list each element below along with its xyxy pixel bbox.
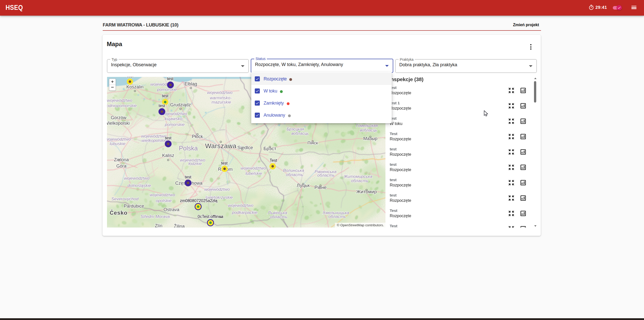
svg-text:Gorzów: Gorzów — [111, 115, 127, 120]
svg-text:województwo: województwo — [204, 187, 230, 192]
svg-text:pomorskie: pomorskie — [165, 122, 185, 127]
svg-text:вобласць: вобласць — [360, 128, 377, 132]
svg-text:test: test — [162, 94, 168, 98]
svg-text:test: test — [221, 161, 228, 165]
svg-text:Kalisz: Kalisz — [162, 153, 174, 158]
svg-text:województwo: województwo — [207, 90, 232, 95]
svg-text:test: test — [165, 136, 171, 140]
svg-text:Pardubice: Pardubice — [124, 204, 144, 209]
svg-text:Žilina: Žilina — [174, 224, 185, 228]
svg-text:Брэсцкая: Брэсцкая — [287, 127, 304, 131]
svg-text:test: test — [185, 175, 191, 179]
svg-text:Житомир: Житомир — [356, 189, 377, 194]
svg-text:Góra: Góra — [116, 164, 127, 169]
svg-text:область: область — [270, 214, 287, 219]
svg-text:Test: Test — [270, 158, 277, 163]
svg-text:Брэст: Брэст — [264, 146, 276, 151]
svg-text:kujawsko-: kujawsko- — [165, 116, 184, 121]
svg-text:województwo: województwo — [107, 98, 132, 103]
svg-text:Zielona: Zielona — [114, 157, 129, 162]
svg-text:Severovýchod: Severovýchod — [111, 197, 138, 201]
svg-text:Polska: Polska — [179, 145, 198, 152]
svg-text:Рівне: Рівне — [314, 185, 327, 190]
svg-text:test: test — [167, 77, 173, 81]
svg-text:wielkopolskie: wielkopolskie — [141, 138, 167, 143]
svg-text:Луцьк: Луцьк — [297, 183, 310, 188]
svg-text:Zlín: Zlín — [155, 223, 162, 228]
svg-text:область: область — [351, 178, 368, 183]
svg-text:Warszawa: Warszawa — [205, 142, 236, 150]
svg-text:pomorskie: pomorskie — [157, 87, 177, 92]
svg-text:opolskie: opolskie — [156, 198, 171, 203]
svg-text:Пінск: Пінск — [307, 141, 318, 145]
svg-text:Гомельская: Гомельская — [356, 123, 378, 128]
svg-text:Siedlce: Siedlce — [237, 145, 253, 150]
svg-text:Česko: Česko — [110, 210, 127, 216]
svg-text:województwo: województwo — [161, 111, 187, 116]
svg-text:Wielkopolski: Wielkopolski — [107, 121, 130, 126]
svg-text:Ostrava: Ostrava — [163, 207, 180, 212]
svg-text:Střední Morava: Střední Morava — [140, 214, 170, 219]
svg-text:Płock: Płock — [192, 134, 203, 139]
svg-text:0cTest:offline̶a: 0cTest:offline̶a — [198, 214, 223, 219]
svg-text:Elbląg: Elbląg — [185, 81, 197, 86]
svg-text:lubelskie: lubelskie — [245, 171, 262, 176]
svg-text:test: test — [127, 77, 133, 78]
svg-text:вобласць: вобласць — [291, 131, 309, 136]
svg-text:Мазыр: Мазыр — [363, 136, 377, 141]
svg-text:dolnośląskie: dolnośląskie — [127, 183, 151, 188]
svg-text:test: test — [159, 104, 165, 108]
svg-text:łódzkie: łódzkie — [189, 161, 202, 166]
svg-text:mazurskie: mazurskie — [211, 100, 231, 105]
svg-text:Koszalin: Koszalin — [126, 84, 144, 89]
svg-text:область: область — [328, 214, 346, 219]
svg-text:województwo: województwo — [150, 193, 175, 197]
svg-text:województwo: województwo — [107, 137, 131, 142]
svg-text:область: область — [286, 172, 303, 177]
svg-text:Grudziądz: Grudziądz — [170, 102, 191, 107]
svg-text:область: область — [317, 173, 335, 178]
svg-text:podkarpackie: podkarpackie — [232, 210, 257, 215]
svg-text:zm0808072025a2złą: zm0808072025a2złą — [180, 199, 218, 203]
svg-text:województwo: województwo — [228, 203, 253, 208]
svg-text:województwo: województwo — [240, 166, 266, 171]
svg-text:zachodniopomorskie: zachodniopomorskie — [107, 103, 137, 108]
svg-text:lubuskie: lubuskie — [110, 141, 125, 146]
svg-text:województwo: województwo — [124, 176, 149, 181]
